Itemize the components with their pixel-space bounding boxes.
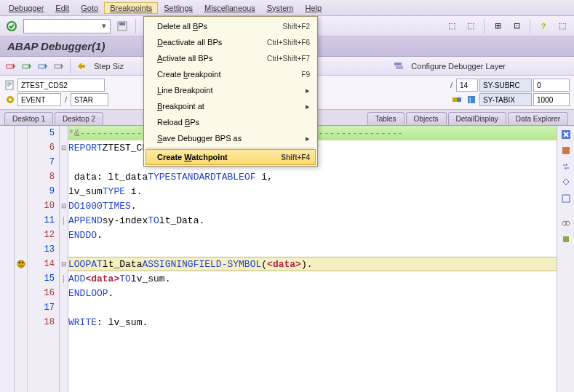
- event-field[interactable]: EVENT: [17, 93, 61, 106]
- save-icon[interactable]: [115, 19, 129, 33]
- tab-detail[interactable]: DetailDisplay: [448, 112, 506, 125]
- breakpoint-slot[interactable]: [15, 242, 27, 257]
- tab-dataexp[interactable]: Data Explorer: [508, 112, 568, 125]
- menu-item-create-breakpoint[interactable]: Create breakpointF9: [144, 66, 317, 82]
- menu-item-reload-bps[interactable]: Reload BPs: [144, 114, 317, 130]
- fold-toggle[interactable]: ⊟: [60, 140, 68, 155]
- line-number: 5: [28, 126, 59, 140]
- menu-item-line-breakpoint[interactable]: Line Breakpoint▸: [144, 82, 317, 98]
- tool-b-icon[interactable]: [560, 233, 572, 245]
- line-field[interactable]: 14: [456, 79, 478, 92]
- tool-a-icon[interactable]: [560, 217, 572, 229]
- tab-tables[interactable]: Tables: [367, 112, 404, 125]
- breakpoint-slot[interactable]: [15, 126, 27, 140]
- nav-icon-2[interactable]: i: [465, 93, 478, 106]
- fold-toggle[interactable]: [60, 286, 68, 300]
- fold-toggle[interactable]: [60, 300, 68, 315]
- code-line[interactable]: ENDLOOP.: [68, 286, 557, 300]
- fold-toggle[interactable]: │: [60, 271, 68, 286]
- breakpoint-slot[interactable]: [15, 228, 27, 242]
- sy-subrc-value[interactable]: 0: [533, 79, 570, 92]
- code-line[interactable]: lv_sum TYPE i.: [68, 184, 557, 199]
- code-line[interactable]: DO 1000 TIMES.: [68, 199, 557, 213]
- sy-tabix-value[interactable]: 1000: [533, 93, 570, 106]
- menu-misc[interactable]: Miscellaneous: [199, 2, 261, 14]
- menu-item-activate-all-bps[interactable]: Activate all BPsCtrl+Shift+F7: [144, 50, 317, 66]
- step-size-icon[interactable]: [75, 60, 88, 73]
- code-line[interactable]: ADD <data> TO lv_sum.: [68, 271, 557, 286]
- breakpoint-column[interactable]: [15, 126, 28, 392]
- code-line[interactable]: APPEND sy-index TO lt_Data.: [68, 213, 557, 228]
- breakpoint-slot[interactable]: [15, 184, 27, 199]
- layer-icon[interactable]: [392, 60, 405, 73]
- ok-icon[interactable]: [4, 19, 19, 33]
- tab-desktop2[interactable]: Desktop 2: [55, 112, 103, 125]
- breakpoint-slot[interactable]: [15, 286, 27, 300]
- nav-icon-1[interactable]: [450, 93, 463, 106]
- code-line[interactable]: ENDDO.: [68, 228, 557, 242]
- breakpoint-slot[interactable]: [15, 315, 27, 329]
- code-line[interactable]: LOOP AT lt_Data ASSIGNING FIELD-SYMBOL(<…: [68, 257, 557, 271]
- fold-toggle[interactable]: [60, 228, 68, 242]
- menu-item-breakpoint-at[interactable]: Breakpoint at▸: [144, 98, 317, 114]
- step-into-icon[interactable]: [4, 60, 17, 73]
- recycle-icon[interactable]: [560, 177, 572, 188]
- maximize-icon[interactable]: [560, 193, 572, 204]
- tool-icon-2[interactable]: ⬚: [463, 19, 478, 33]
- continue-icon[interactable]: [52, 60, 65, 73]
- code-line[interactable]: data: lt_data TYPE STANDARD TABLE OF i,: [68, 169, 557, 184]
- event-icon: [4, 94, 16, 105]
- tool-icon[interactable]: ⬚: [445, 19, 459, 33]
- breakpoint-slot[interactable]: [15, 140, 27, 155]
- fold-toggle[interactable]: ⊟: [60, 199, 68, 213]
- event-sub-field[interactable]: STAR: [71, 93, 108, 106]
- menu-item-delete-all-bps[interactable]: Delete all BPsShift+F2: [144, 18, 317, 34]
- fold-toggle[interactable]: [60, 169, 68, 184]
- menu-settings[interactable]: Settings: [158, 2, 199, 14]
- fold-toggle[interactable]: [60, 126, 68, 140]
- code-line[interactable]: [68, 242, 557, 257]
- fold-toggle[interactable]: [60, 242, 68, 257]
- tab-desktop1[interactable]: Desktop 1: [4, 112, 53, 125]
- menu-item-save-debugger-bps-as[interactable]: Save Debugger BPS as▸: [144, 130, 317, 146]
- customize-icon[interactable]: ⬚: [555, 19, 570, 33]
- menu-item-create-watchpoint[interactable]: Create WatchpointShift+F4: [146, 149, 316, 165]
- breakpoint-slot[interactable]: [15, 155, 27, 169]
- breakpoint-slot[interactable]: [15, 199, 27, 213]
- breakpoint-slot[interactable]: [15, 271, 27, 286]
- command-field[interactable]: ▾: [23, 19, 111, 33]
- dropdown-arrow-icon[interactable]: ▾: [98, 21, 110, 31]
- help-icon[interactable]: ?: [536, 19, 551, 33]
- step-out-icon[interactable]: [36, 60, 49, 73]
- breakpoint-slot[interactable]: [15, 169, 27, 184]
- tab-objects[interactable]: Objects: [406, 112, 447, 125]
- menu-debugger[interactable]: Debugger: [3, 2, 49, 14]
- fold-column[interactable]: ⊟⊟│⊟│: [60, 126, 68, 392]
- svg-rect-24: [563, 236, 569, 242]
- menu-help[interactable]: Help: [299, 2, 327, 14]
- code-line[interactable]: WRITE: lv_sum.: [68, 315, 557, 329]
- close-icon[interactable]: [560, 129, 572, 140]
- fold-toggle[interactable]: [60, 315, 68, 329]
- breakpoint-slot[interactable]: [15, 213, 27, 228]
- swap-icon[interactable]: [560, 161, 572, 172]
- fold-toggle[interactable]: │: [60, 213, 68, 228]
- fold-toggle[interactable]: ⊟: [60, 257, 68, 271]
- code-line[interactable]: [68, 300, 557, 315]
- breakpoint-slot[interactable]: [15, 257, 27, 271]
- menu-item-deactivate-all-bps[interactable]: Deactivate all BPsCtrl+Shift+F6: [144, 34, 317, 50]
- fold-toggle[interactable]: [60, 184, 68, 199]
- menu-edit[interactable]: Edit: [49, 2, 75, 14]
- services-icon[interactable]: [560, 145, 572, 156]
- line-number: 17: [28, 300, 59, 315]
- menu-breakpoints[interactable]: Breakpoints: [104, 2, 158, 14]
- fold-toggle[interactable]: [60, 155, 68, 169]
- program-field[interactable]: ZTEST_CDS2: [17, 79, 105, 92]
- step-over-icon[interactable]: [20, 60, 33, 73]
- layout-icon[interactable]: ⊞: [490, 19, 505, 33]
- layout-icon-2[interactable]: ⊡: [509, 19, 524, 33]
- line-number: 12: [28, 228, 59, 242]
- menu-goto[interactable]: Goto: [75, 2, 104, 14]
- breakpoint-slot[interactable]: [15, 300, 27, 315]
- menu-system[interactable]: System: [261, 2, 300, 14]
